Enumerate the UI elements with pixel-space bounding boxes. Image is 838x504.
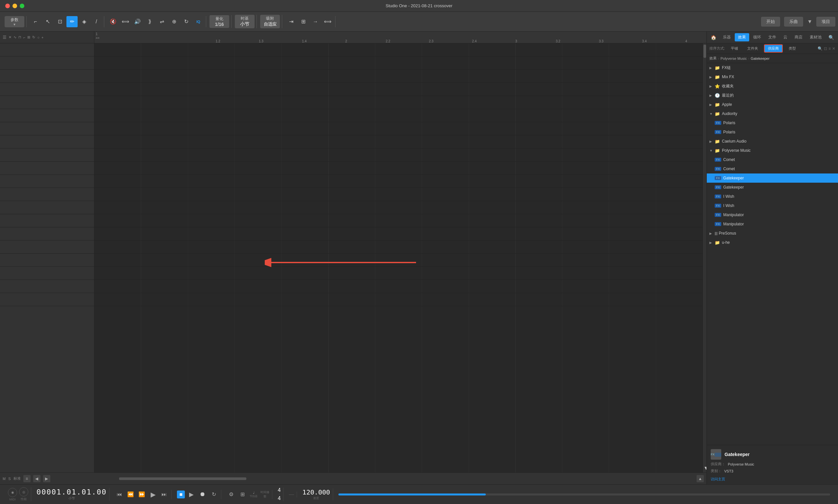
browser-tab-effects[interactable]: 效果 — [735, 33, 749, 41]
tree-item-presonus[interactable]: ▶ ||| PreSonus — [707, 229, 838, 238]
bounce-tool[interactable]: ↻ — [181, 16, 192, 27]
range-tool[interactable]: ⊡ — [54, 16, 66, 27]
tree-item-fx-chain[interactable]: ▶ 📁 FX链 — [707, 63, 838, 72]
track-content[interactable] — [95, 43, 702, 472]
filter-flat[interactable]: 平铺 — [728, 45, 741, 52]
add-track-icon[interactable]: ✕ — [8, 35, 12, 39]
tree-item-polaris1[interactable]: FX Polaris — [707, 118, 838, 127]
browser-search-icon[interactable]: 🔍 — [826, 34, 837, 41]
start-button[interactable]: 开始 — [761, 17, 780, 26]
filter-folder[interactable]: 文件夹 — [744, 45, 762, 52]
view-icon-grid[interactable]: ⊡ — [824, 46, 827, 51]
view-icon-list[interactable]: ≡ — [828, 46, 831, 51]
select-tool[interactable]: ↖ — [42, 16, 53, 27]
midi-circle[interactable]: ◉ — [8, 488, 17, 497]
tree-item-manipulator2[interactable]: FX Manipulator — [707, 219, 838, 229]
normalize-button[interactable]: ≡ — [23, 475, 31, 482]
tree-item-polaris2[interactable]: FX Polaris — [707, 127, 838, 137]
browser-tab-instruments[interactable]: 乐器 — [720, 33, 734, 41]
menu-icon[interactable]: ☰ — [3, 35, 6, 40]
filter-vendor[interactable]: 供应商 — [764, 44, 783, 53]
line-tool[interactable]: / — [91, 16, 102, 27]
metronome-button[interactable]: ♩ 节拍器 — [249, 490, 258, 499]
iq-tool[interactable]: IQ — [193, 16, 204, 27]
step-icon[interactable]: ⊓ — [18, 35, 21, 39]
nav-expand[interactable]: ⟺ — [322, 16, 333, 27]
tree-item-recent[interactable]: ▶ 🕐 最近的 — [707, 91, 838, 100]
stop-button[interactable]: ■ — [177, 490, 185, 499]
browser-tab-file[interactable]: 文件 — [765, 33, 780, 41]
nav-center[interactable]: ⊞ — [298, 16, 309, 27]
browser-tree[interactable]: ▶ 📁 FX链 ▶ 📁 Mix FX ▶ ⭐ 收藏夹 ▶ 🕐 最近的 — [707, 63, 838, 445]
wave-icon[interactable]: ∿ — [14, 35, 16, 39]
nav-right[interactable]: → — [310, 16, 321, 27]
info-visit-link[interactable]: 访问主页 — [711, 477, 834, 482]
bracket-icon[interactable]: ⌐ — [23, 35, 25, 39]
zoom-tool[interactable]: ⊕ — [168, 16, 179, 27]
browser-tab-store[interactable]: 商店 — [791, 33, 806, 41]
tempo-value[interactable]: 120.000 — [302, 488, 330, 496]
mute-tool[interactable]: 🔇 — [107, 16, 119, 27]
split-tool[interactable]: ⟺ — [120, 16, 131, 27]
rotate-icon[interactable]: ↻ — [32, 35, 35, 39]
param-dropdown[interactable]: 参数 ▼ — [5, 16, 24, 27]
breadcrumb-gatekeeper[interactable]: Gatekeeper — [751, 56, 769, 60]
tree-item-gatekeeper2[interactable]: FX Gatekeeper — [707, 183, 838, 192]
breadcrumb-effects[interactable]: 效果 — [709, 56, 717, 61]
nav-left[interactable]: ⇥ — [286, 16, 297, 27]
play-button[interactable]: ▶ — [148, 490, 157, 499]
rewind-button[interactable]: ⏪ — [126, 490, 135, 499]
punch-button[interactable]: ⊞ — [238, 490, 247, 499]
minimize-button[interactable] — [13, 4, 17, 8]
song-arrow[interactable]: ▼ — [807, 19, 813, 25]
go-end-button[interactable]: ⏭ — [159, 490, 169, 499]
tree-item-iwish1[interactable]: FX I Wish — [707, 192, 838, 201]
master-volume-bar[interactable] — [338, 493, 830, 496]
tree-item-apple[interactable]: ▶ 📁 Apple — [707, 100, 838, 109]
record-button[interactable]: ⏺ — [198, 490, 207, 499]
bracket-tool[interactable]: ⌐ — [30, 16, 41, 27]
perf-circle[interactable]: ◎ — [19, 487, 28, 497]
tree-item-u-he[interactable]: ▶ 📁 u-he — [707, 238, 838, 247]
view-icon-search[interactable]: 🔍 — [818, 46, 823, 51]
breadcrumb-polyverse[interactable]: Polyverse Music — [721, 56, 747, 60]
loop-mode-button[interactable]: ↻ — [209, 490, 218, 499]
browser-tab-cloud[interactable]: 云 — [780, 33, 791, 41]
tree-item-mix-fx[interactable]: ▶ 📁 Mix FX — [707, 72, 838, 82]
vertical-scrollbar-thumb[interactable] — [703, 45, 706, 58]
timesig-dropdown[interactable]: 时基 小节 — [235, 15, 255, 28]
circle-icon[interactable]: ○ — [37, 35, 39, 39]
browser-tab-home[interactable]: 🏠 — [708, 34, 719, 41]
pencil-tool[interactable]: ✏ — [66, 16, 78, 27]
loop-tool[interactable]: ⟫ — [144, 16, 155, 27]
arrow-left-button[interactable]: ◀ — [33, 475, 40, 482]
horizontal-scrollbar[interactable] — [55, 478, 691, 480]
view-icon-close[interactable]: ✕ — [832, 46, 835, 51]
volume-tool[interactable]: 🔊 — [132, 16, 143, 27]
settings-button[interactable]: ⚙ — [227, 490, 236, 499]
loop2-tool[interactable]: ⇌ — [156, 16, 167, 27]
grid-icon[interactable]: ⊞ — [27, 35, 30, 39]
close-button[interactable] — [5, 4, 10, 8]
vertical-scrollbar[interactable]: ▼ — [702, 43, 706, 472]
tree-item-gatekeeper1[interactable]: FX Gatekeeper — [707, 174, 838, 183]
quantize-dropdown[interactable]: 量化 1/16 — [209, 15, 229, 28]
time-correction-button[interactable]: 时间修整 — [260, 490, 269, 499]
browser-tab-media[interactable]: 素材池 — [806, 33, 825, 41]
horizontal-scrollbar-thumb[interactable] — [119, 478, 246, 480]
tree-item-caelum[interactable]: ▶ 📁 Caelum Audio — [707, 137, 838, 146]
tree-item-comet2[interactable]: FX Comet — [707, 164, 838, 174]
song-button[interactable]: 乐曲 — [784, 17, 803, 26]
tree-item-iwish2[interactable]: FX I Wish — [707, 201, 838, 210]
go-start-button[interactable]: ⏮ — [115, 490, 124, 499]
filter-type[interactable]: 类型 — [785, 45, 799, 52]
project-button[interactable]: 项目 — [816, 17, 835, 26]
tree-item-manipulator1[interactable]: FX Manipulator — [707, 210, 838, 219]
arrow-right-button[interactable]: ▶ — [43, 475, 50, 482]
erase-tool[interactable]: ◈ — [79, 16, 90, 27]
plus-icon[interactable]: + — [41, 35, 44, 39]
snap-dropdown[interactable]: 吸附 自适应 — [260, 15, 280, 28]
browser-tab-loop[interactable]: 循环 — [750, 33, 764, 41]
maximize-button[interactable] — [20, 4, 24, 8]
fast-forward-button[interactable]: ⏩ — [137, 490, 147, 499]
